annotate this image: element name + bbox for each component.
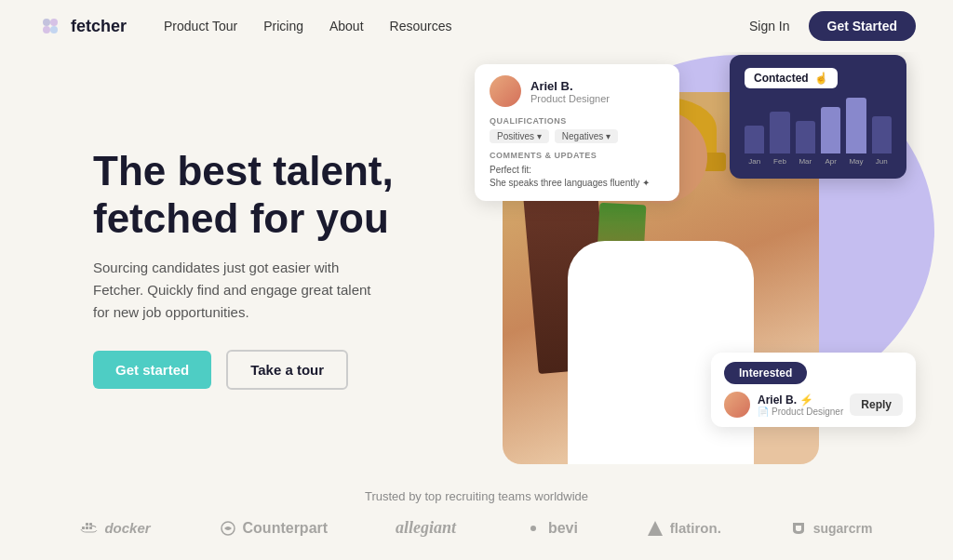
logo[interactable]: fetcher [37, 13, 127, 39]
label-jun: Jun [872, 157, 892, 166]
bevi-text: bevi [548, 520, 578, 537]
counterpart-text: Counterpart [243, 520, 329, 537]
hero-left: The best talent, fetched for you Sourcin… [93, 148, 484, 390]
bar-apr [821, 107, 840, 153]
profile-info: Ariel B. Product Designer [530, 79, 610, 104]
svg-point-1 [50, 19, 58, 26]
contacted-label: Contacted [754, 72, 809, 85]
navbar: fetcher Product Tour Pricing About Resou… [0, 0, 953, 52]
getstarted-button[interactable]: Get started [93, 351, 211, 389]
label-may: May [846, 157, 866, 166]
svg-rect-5 [86, 527, 88, 529]
nav-resources[interactable]: Resources [390, 19, 452, 33]
hero-subtitle: Sourcing candidates just got easier with… [93, 257, 391, 324]
tour-button[interactable]: Take a tour [226, 350, 348, 390]
negatives-pill[interactable]: Negatives ▾ [555, 129, 618, 143]
profile-avatar [490, 75, 521, 107]
logo-counterpart: Counterpart [219, 519, 329, 538]
svg-rect-7 [86, 523, 88, 526]
comment-text: Perfect fit: She speaks three languages … [490, 164, 664, 190]
qualifications-label: QUALIFICATIONS [490, 116, 664, 126]
nav-pricing[interactable]: Pricing [263, 19, 303, 33]
label-apr: Apr [821, 157, 840, 166]
flatiron-icon [646, 519, 664, 538]
logo-flatiron: flatiron. [646, 519, 721, 538]
comments-label: COMMENTS & UPDATES [490, 151, 664, 160]
svg-point-0 [43, 19, 50, 26]
nav-about[interactable]: About [329, 19, 364, 33]
contacted-badge: Contacted ☝ [745, 68, 838, 88]
reply-icon: ⚡ [799, 393, 813, 407]
sugarcrm-text: sugarcrm [813, 521, 873, 536]
hero-section: The best talent, fetched for you Sourcin… [0, 52, 953, 467]
svg-point-3 [50, 26, 58, 33]
logo-docker: docker [80, 519, 150, 538]
positives-pill[interactable]: Positives ▾ [490, 129, 549, 143]
bar-feb [770, 112, 789, 153]
reply-row: Ariel B. ⚡ 📄 Product Designer Reply [724, 392, 903, 418]
logos-row: docker Counterpart allegiant bevi flatir… [56, 518, 897, 538]
nav-product-tour[interactable]: Product Tour [164, 19, 237, 33]
bar-jan [745, 126, 764, 153]
getstarted-nav-button[interactable]: Get Started [809, 11, 916, 41]
hero-buttons: Get started Take a tour [93, 350, 484, 390]
hero-illustration: Ariel B. Product Designer QUALIFICATIONS… [484, 36, 916, 483]
profile-name: Ariel B. [530, 79, 610, 93]
trusted-label: Trusted by top recruiting teams worldwid… [365, 489, 588, 503]
reply-avatar [724, 392, 750, 418]
flatiron-text: flatiron. [670, 520, 721, 536]
signin-button[interactable]: Sign In [749, 19, 790, 33]
bar-jun [872, 116, 892, 153]
allegiant-text: allegiant [396, 518, 456, 538]
profile-header: Ariel B. Product Designer [490, 75, 664, 107]
svg-rect-4 [82, 527, 85, 529]
reply-info: Ariel B. ⚡ 📄 Product Designer [758, 393, 843, 417]
nav-links: Product Tour Pricing About Resources [164, 19, 749, 33]
nav-actions: Sign In Get Started [749, 11, 916, 41]
cursor-icon: ☝ [814, 72, 828, 85]
interested-badge: Interested [724, 362, 807, 384]
hero-title: The best talent, fetched for you [93, 148, 484, 242]
hero-title-line2: fetched for you [93, 195, 389, 241]
docker-icon [80, 519, 99, 538]
logo-bevi: bevi [524, 519, 578, 538]
label-feb: Feb [770, 157, 789, 166]
bar-may [846, 98, 866, 153]
label-mar: Mar [796, 157, 815, 166]
logo-icon [37, 13, 63, 39]
svg-marker-11 [648, 521, 663, 536]
logo-sugarcrm: sugarcrm [789, 519, 873, 538]
logo-allegiant: allegiant [396, 518, 456, 538]
chart-bars [745, 98, 892, 153]
docker-text: docker [104, 520, 150, 536]
reply-profile: Ariel B. ⚡ 📄 Product Designer [724, 392, 843, 418]
qualifications-row: Positives ▾ Negatives ▾ [490, 129, 664, 143]
label-jan: Jan [745, 157, 764, 166]
svg-point-10 [530, 526, 536, 531]
reply-button[interactable]: Reply [850, 393, 903, 416]
profile-card: Ariel B. Product Designer QUALIFICATIONS… [475, 64, 679, 201]
bevi-icon [524, 519, 543, 538]
reply-card: Interested Ariel B. ⚡ 📄 Product Designer [711, 353, 916, 427]
bar-mar [796, 121, 815, 153]
chart-card: Contacted ☝ Jan Feb Mar Apr May Jun [730, 55, 906, 179]
reply-name: Ariel B. ⚡ [758, 393, 843, 407]
reply-role: 📄 Product Designer [758, 407, 843, 417]
logo-text: fetcher [71, 17, 127, 36]
svg-point-2 [43, 26, 50, 33]
chart-labels: Jan Feb Mar Apr May Jun [745, 157, 892, 166]
svg-rect-6 [89, 527, 92, 529]
hero-title-line1: The best talent, [93, 148, 394, 193]
sugarcrm-icon [789, 519, 808, 538]
profile-role: Product Designer [530, 93, 610, 104]
counterpart-icon [219, 519, 237, 538]
